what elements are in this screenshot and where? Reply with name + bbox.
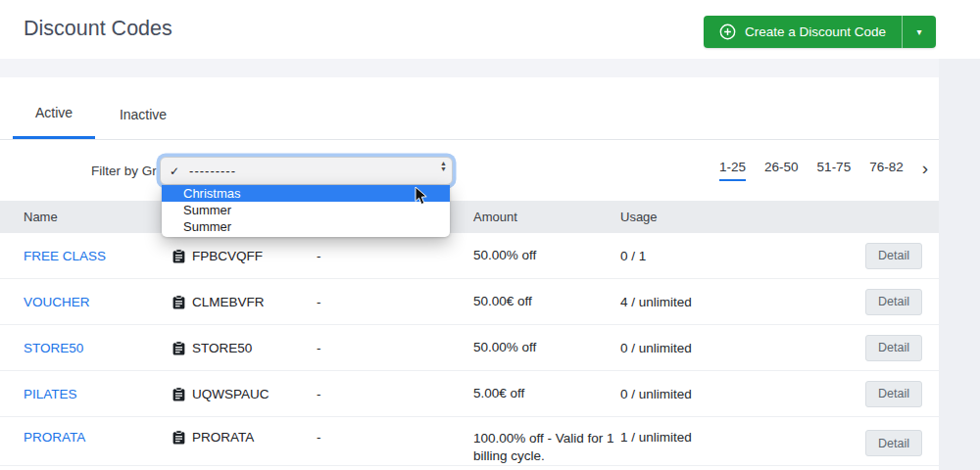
option-label: Summer bbox=[183, 219, 231, 234]
code-cell: CLMEBVFR bbox=[172, 295, 317, 309]
code-text: FPBCVQFF bbox=[192, 249, 263, 263]
usage-cell: 4 / unlimited bbox=[620, 295, 813, 309]
code-text: PRORATA bbox=[192, 430, 254, 445]
usage-cell: 0 / 1 bbox=[620, 249, 813, 263]
amount-cell: 50.00% off bbox=[473, 339, 620, 356]
detail-button[interactable]: Detail bbox=[865, 289, 922, 315]
select-stepper-icon: ▲ ▼ bbox=[440, 161, 447, 172]
tab-bar: Active Inactive bbox=[0, 77, 939, 140]
pagination: 1-2526-5051-7576-82› bbox=[719, 160, 928, 181]
group-select-option[interactable]: Summer bbox=[162, 218, 450, 235]
pagination-page[interactable]: 1-25 bbox=[719, 160, 746, 181]
code-cell: PRORATA bbox=[172, 417, 317, 445]
table-body: FREE CLASS FPBCVQFF - 50.00% off 0 / 1 D… bbox=[0, 233, 939, 466]
tab-label: Inactive bbox=[120, 107, 167, 122]
amount-cell: 50.00€ off bbox=[473, 293, 620, 310]
filter-row: Filter by Group: 1-2526-5051-7576-82› bbox=[0, 140, 939, 201]
create-button-label: Create a Discount Code bbox=[745, 24, 886, 39]
code-text: STORE50 bbox=[192, 341, 252, 355]
tab-label: Active bbox=[35, 105, 73, 120]
top-bar: Discount Codes Create a Discount Code ▾ bbox=[0, 0, 980, 59]
circle-plus-icon bbox=[719, 24, 736, 40]
code-text: UQWSPAUC bbox=[192, 387, 270, 401]
clipboard-icon[interactable] bbox=[172, 387, 185, 401]
page-title: Discount Codes bbox=[24, 17, 172, 41]
table-row: PRORATA PRORATA - 100.00% off - Valid fo… bbox=[0, 417, 939, 466]
header-name: Name bbox=[0, 210, 172, 224]
group-cell: - bbox=[317, 295, 473, 309]
pagination-next-icon[interactable]: › bbox=[922, 162, 928, 179]
amount-cell: 5.00€ off bbox=[473, 385, 620, 402]
check-icon: ✓ bbox=[170, 164, 179, 178]
create-button-caret[interactable]: ▾ bbox=[902, 16, 936, 48]
group-cell: - bbox=[317, 417, 473, 445]
discount-name-link[interactable]: FREE CLASS bbox=[24, 249, 106, 263]
usage-cell: 0 / unlimited bbox=[620, 341, 813, 355]
tab-inactive[interactable]: Inactive bbox=[95, 77, 191, 139]
discount-name-link[interactable]: VOUCHER bbox=[24, 295, 90, 309]
discount-codes-page: Discount Codes Create a Discount Code ▾ … bbox=[0, 0, 980, 470]
table-header-row: Name Amount Usage bbox=[0, 201, 939, 233]
code-cell: STORE50 bbox=[172, 341, 317, 355]
table-row: PILATES UQWSPAUC - 5.00€ off 0 / unlimit… bbox=[0, 371, 939, 417]
code-cell: UQWSPAUC bbox=[172, 387, 317, 401]
group-cell: - bbox=[317, 249, 473, 263]
usage-cell: 1 / unlimited bbox=[620, 417, 813, 445]
stepper-down-icon: ▼ bbox=[440, 166, 447, 172]
group-select-option[interactable]: Summer bbox=[162, 202, 450, 218]
mouse-cursor-icon bbox=[415, 186, 428, 206]
usage-cell: 0 / unlimited bbox=[620, 387, 813, 401]
main-card: Active Inactive Filter by Group: 1-2526-… bbox=[0, 77, 939, 470]
group-select-menu: Christmas Summer Summer bbox=[162, 185, 450, 237]
group-select-value: --------- bbox=[189, 164, 236, 178]
page-background-band bbox=[0, 59, 980, 77]
option-label: Summer bbox=[183, 203, 231, 217]
header-usage: Usage bbox=[620, 210, 813, 224]
caret-down-icon: ▾ bbox=[916, 26, 921, 37]
detail-button[interactable]: Detail bbox=[865, 335, 922, 361]
discount-name-link[interactable]: PILATES bbox=[24, 387, 77, 401]
clipboard-icon[interactable] bbox=[172, 430, 185, 445]
detail-button[interactable]: Detail bbox=[865, 430, 922, 456]
clipboard-icon[interactable] bbox=[172, 249, 185, 263]
group-select-option[interactable]: Christmas bbox=[162, 185, 450, 202]
detail-button[interactable]: Detail bbox=[865, 243, 922, 269]
table-row: FREE CLASS FPBCVQFF - 50.00% off 0 / 1 D… bbox=[0, 233, 939, 279]
header-amount: Amount bbox=[473, 210, 620, 224]
option-label: Christmas bbox=[183, 186, 241, 201]
tab-active[interactable]: Active bbox=[13, 77, 95, 139]
pagination-page[interactable]: 76-82 bbox=[869, 160, 904, 181]
detail-button[interactable]: Detail bbox=[865, 381, 922, 407]
group-cell: - bbox=[317, 341, 473, 355]
table-row: VOUCHER CLMEBVFR - 50.00€ off 4 / unlimi… bbox=[0, 279, 939, 325]
amount-cell: 100.00% off - Valid for 1 billing cycle. bbox=[473, 417, 620, 465]
group-cell: - bbox=[317, 387, 473, 401]
create-button-group: Create a Discount Code ▾ bbox=[704, 16, 936, 48]
code-cell: FPBCVQFF bbox=[172, 249, 317, 263]
table-row: STORE50 STORE50 - 50.00% off 0 / unlimit… bbox=[0, 325, 939, 371]
clipboard-icon[interactable] bbox=[172, 341, 185, 355]
code-text: CLMEBVFR bbox=[192, 295, 265, 309]
pagination-page[interactable]: 26-50 bbox=[764, 160, 799, 181]
group-select-control[interactable]: ✓ --------- ▲ ▼ bbox=[160, 157, 453, 185]
clipboard-icon[interactable] bbox=[172, 295, 185, 309]
discount-codes-table: Name Amount Usage FREE CLASS FPBCVQFF - … bbox=[0, 201, 939, 466]
right-gutter bbox=[939, 59, 980, 470]
amount-cell: 50.00% off bbox=[473, 247, 620, 264]
discount-name-link[interactable]: STORE50 bbox=[24, 341, 83, 355]
create-discount-code-button[interactable]: Create a Discount Code bbox=[704, 16, 902, 48]
group-filter-select-open: ✓ --------- ▲ ▼ Christmas Summer Summer bbox=[160, 157, 453, 237]
discount-name-link[interactable]: PRORATA bbox=[24, 430, 85, 445]
pagination-page[interactable]: 51-75 bbox=[817, 160, 852, 181]
